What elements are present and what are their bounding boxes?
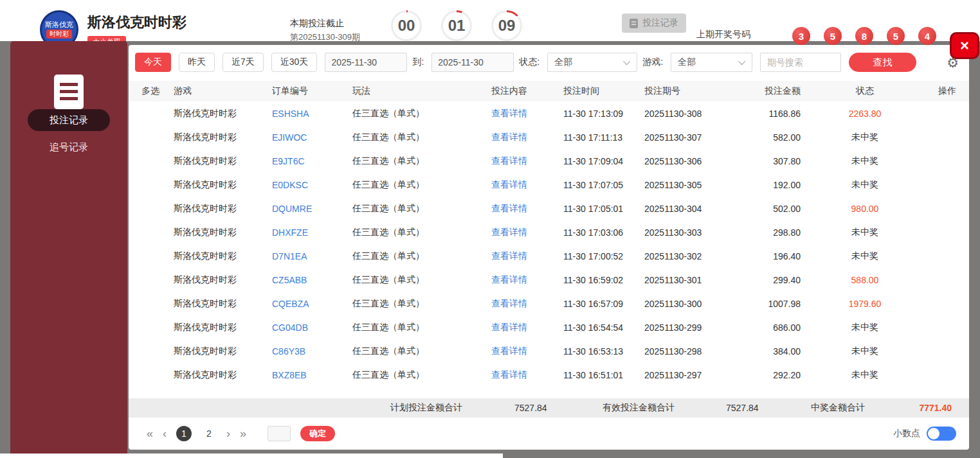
row-period: 20251130-308 xyxy=(644,109,734,119)
row-amount: 192.00 xyxy=(734,180,801,190)
row-game: 斯洛伐克时时彩 xyxy=(174,274,272,286)
row-status: 1979.60 xyxy=(801,299,929,309)
row-play-type: 任三直选（单式） xyxy=(352,155,491,167)
page-1-button[interactable]: 1 xyxy=(176,426,192,441)
row-period: 20251130-299 xyxy=(644,322,734,333)
row-view-detail-link[interactable]: 查看详情 xyxy=(491,227,563,238)
row-order-link[interactable]: EJIWOC xyxy=(272,132,352,143)
logo-text-top: 斯洛伐克 xyxy=(45,21,73,28)
row-order-link[interactable]: E0DKSC xyxy=(272,180,352,190)
row-game: 斯洛伐克时时彩 xyxy=(174,251,272,262)
table-body: 斯洛伐克时时彩 ESHSHA 任三直选（单式） 查看详情 11-30 17:13… xyxy=(129,101,969,387)
close-button[interactable]: × xyxy=(950,32,979,59)
row-bet-time: 11-30 16:53:13 xyxy=(563,346,644,357)
page-2-button[interactable]: 2 xyxy=(201,426,217,441)
row-period: 20251130-305 xyxy=(644,180,734,190)
row-view-detail-link[interactable]: 查看详情 xyxy=(491,369,563,381)
next-page-button[interactable]: › xyxy=(226,428,230,439)
valid-total-label: 有效投注金额合计 xyxy=(603,402,675,414)
status-select[interactable]: 全部 xyxy=(547,53,637,72)
row-play-type: 任三直选（单式） xyxy=(352,108,491,119)
date-from-input[interactable] xyxy=(325,53,407,72)
row-game: 斯洛伐克时时彩 xyxy=(174,322,272,333)
row-order-link[interactable]: D7N1EA xyxy=(272,251,352,261)
row-bet-time: 11-30 16:59:02 xyxy=(563,275,644,285)
filter-yesterday-button[interactable]: 昨天 xyxy=(179,53,215,72)
game-select[interactable]: 全部 xyxy=(671,53,752,72)
pagination-bar: « ‹ 1 2 › » 确定 小数点 xyxy=(129,426,969,441)
row-view-detail-link[interactable]: 查看详情 xyxy=(491,108,563,119)
row-view-detail-link[interactable]: 查看详情 xyxy=(491,298,563,310)
decimal-point-toggle[interactable] xyxy=(927,427,956,441)
countdown-hours: 00 xyxy=(391,10,422,41)
sidebar-item-chase-records[interactable]: 追号记录 xyxy=(28,136,110,158)
sidebar-item-bet-records[interactable]: 投注记录 xyxy=(28,109,110,131)
row-status: 未中奖 xyxy=(801,322,929,333)
row-status: 未中奖 xyxy=(801,251,929,262)
last-draw-numbers: 3 5 8 5 4 xyxy=(792,27,936,45)
column-header: 状态 xyxy=(801,85,929,97)
row-view-detail-link[interactable]: 查看详情 xyxy=(491,322,563,333)
valid-total-value: 7527.84 xyxy=(726,403,759,413)
row-view-detail-link[interactable]: 查看详情 xyxy=(491,132,563,143)
row-order-link[interactable]: E9JT6C xyxy=(272,156,352,166)
row-amount: 384.00 xyxy=(734,346,801,357)
bet-record-header-label: 投注记录 xyxy=(642,17,678,29)
row-amount: 298.80 xyxy=(734,227,801,238)
row-order-link[interactable]: DHXFZE xyxy=(272,227,352,238)
period-search-input[interactable] xyxy=(760,53,841,72)
row-order-link[interactable]: CZ5ABB xyxy=(272,275,352,285)
row-order-link[interactable]: DQUMRE xyxy=(272,204,352,214)
row-view-detail-link[interactable]: 查看详情 xyxy=(491,346,563,357)
table-row: 斯洛伐克时时彩 DQUMRE 任三直选（单式） 查看详情 11-30 17:05… xyxy=(129,197,969,220)
row-status: 未中奖 xyxy=(801,369,929,381)
row-order-link[interactable]: CQEBZA xyxy=(272,299,352,309)
row-amount: 1168.86 xyxy=(734,109,801,119)
countdown-timers: 00 01 09 xyxy=(391,10,522,41)
row-order-link[interactable]: BXZ8EB xyxy=(272,370,352,380)
row-order-link[interactable]: C86Y3B xyxy=(272,346,352,357)
row-period: 20251130-302 xyxy=(644,251,734,261)
table-row: 斯洛伐克时时彩 E9JT6C 任三直选（单式） 查看详情 11-30 17:09… xyxy=(129,149,969,173)
table-row: 斯洛伐克时时彩 DHXFZE 任三直选（单式） 查看详情 11-30 17:03… xyxy=(129,220,969,244)
filter-bar: 今天 昨天 近7天 近30天 到: 状态: 全部 游戏: 全部 查找 ⚙ xyxy=(129,45,969,72)
row-order-link[interactable]: CG04DB xyxy=(272,322,352,333)
row-view-detail-link[interactable]: 查看详情 xyxy=(491,274,563,286)
row-view-detail-link[interactable]: 查看详情 xyxy=(491,179,563,191)
row-play-type: 任三直选（单式） xyxy=(352,251,491,262)
row-bet-time: 11-30 17:00:52 xyxy=(563,251,644,261)
row-bet-time: 11-30 17:11:13 xyxy=(563,132,644,143)
last-page-button[interactable]: » xyxy=(240,428,246,439)
row-amount: 502.00 xyxy=(734,204,801,214)
filter-today-button[interactable]: 今天 xyxy=(135,53,171,72)
first-page-button[interactable]: « xyxy=(147,428,153,439)
confirm-page-button[interactable]: 确定 xyxy=(300,426,335,441)
table-row: 斯洛伐克时时彩 E0DKSC 任三直选（单式） 查看详情 11-30 17:07… xyxy=(129,173,969,197)
filter-last7-button[interactable]: 近7天 xyxy=(222,53,264,72)
column-header: 投注金额 xyxy=(734,85,801,97)
row-view-detail-link[interactable]: 查看详情 xyxy=(491,155,563,167)
records-document-icon xyxy=(54,75,84,109)
row-bet-time: 11-30 17:09:04 xyxy=(563,156,644,166)
prev-page-button[interactable]: ‹ xyxy=(163,428,167,439)
row-amount: 292.20 xyxy=(734,370,801,380)
row-game: 斯洛伐克时时彩 xyxy=(174,227,272,238)
row-order-link[interactable]: ESHSHA xyxy=(272,109,352,119)
screen: 斯洛伐克 时时彩 斯洛伐克时时彩 大小单双 本期投注截止 第20251130-3… xyxy=(0,0,980,458)
filter-last30-button[interactable]: 近30天 xyxy=(271,53,318,72)
page-jump-input[interactable] xyxy=(268,426,291,441)
row-play-type: 任三直选（单式） xyxy=(352,132,491,143)
row-period: 20251130-306 xyxy=(644,156,734,166)
close-icon: × xyxy=(960,38,969,53)
bet-record-header-button[interactable]: 投注记录 xyxy=(622,13,686,33)
deadline-label: 本期投注截止 xyxy=(290,18,360,30)
game-select-value: 全部 xyxy=(678,57,696,68)
row-view-detail-link[interactable]: 查看详情 xyxy=(491,251,563,262)
row-game: 斯洛伐克时时彩 xyxy=(174,203,272,215)
row-game: 斯洛伐克时时彩 xyxy=(174,155,272,167)
column-header: 订单编号 xyxy=(272,85,352,97)
row-view-detail-link[interactable]: 查看详情 xyxy=(491,203,563,215)
column-header: 操作 xyxy=(929,85,956,97)
search-button[interactable]: 查找 xyxy=(849,53,916,72)
date-to-input[interactable] xyxy=(431,53,514,72)
